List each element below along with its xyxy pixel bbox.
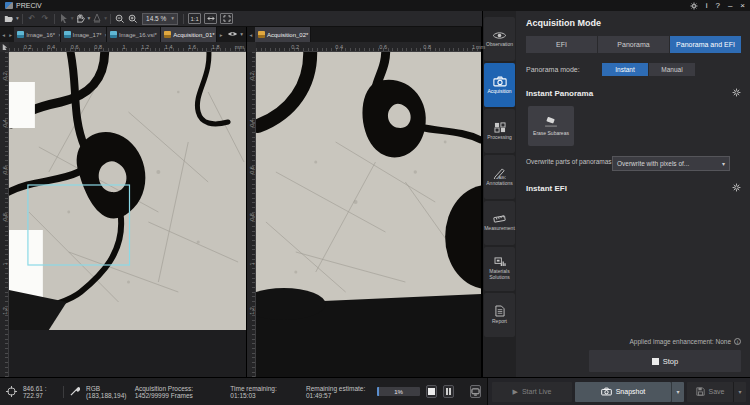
tab-scroll-left-icon[interactable]: ◂	[247, 27, 255, 42]
tab-scroll-right-icon[interactable]: ▸	[7, 27, 14, 42]
tab-image-17[interactable]: Image_17* ×	[61, 27, 107, 42]
overwrite-label: Overwrite parts of panoramas	[526, 156, 612, 166]
pointer-tool-dropdown-icon[interactable]: ▾	[71, 16, 74, 22]
ruler-tick-label: 0.8	[388, 44, 432, 50]
sidebar-item-measurement[interactable]: Measurement	[484, 201, 515, 245]
sidebar-item-processing[interactable]: Processing	[484, 109, 515, 153]
acquisition-progress-bar: 1%	[377, 387, 419, 396]
undo-icon[interactable]: ↶	[26, 12, 38, 25]
ruler-corner-tool-icon[interactable]	[0, 42, 9, 52]
ruler-tick-label: 0.2	[0, 52, 9, 99]
close-button[interactable]: ×	[740, 2, 745, 10]
stop-acquisition-button[interactable]: Stop	[589, 350, 741, 372]
save-floppy-icon	[696, 387, 705, 396]
overwrite-dropdown[interactable]: Overwrite with pixels of... ▾	[612, 156, 730, 171]
open-file-dropdown-icon[interactable]: ▾	[16, 16, 19, 22]
tab-label: Acquisition_02*	[267, 32, 308, 38]
snapshot-label: Snapshot	[616, 388, 646, 395]
statusbar-separator	[63, 386, 64, 398]
pause-icon	[449, 388, 451, 395]
pan-hand-icon[interactable]	[75, 12, 87, 25]
save-dropdown-icon[interactable]: ▾	[733, 382, 746, 402]
ruler-tick-label: 1.2	[247, 287, 256, 334]
ruler-tick-label: 1	[247, 240, 256, 287]
redo-icon[interactable]: ↷	[39, 12, 51, 25]
zoom-out-icon[interactable]	[114, 12, 126, 25]
toolbar-separator	[183, 14, 184, 24]
layer-visibility-dropdown-icon[interactable]: ▾	[240, 32, 243, 38]
fullscreen-button[interactable]	[220, 13, 233, 24]
image-file-icon	[17, 31, 24, 38]
mode-tab-panorama-and-efi[interactable]: Panorama and EFI	[670, 36, 741, 53]
measurement-ruler-icon	[493, 214, 506, 224]
save-button[interactable]: Save	[687, 382, 733, 402]
zoom-in-icon[interactable]	[127, 12, 139, 25]
display-monitor-button[interactable]	[470, 385, 481, 398]
layer-visibility-eye-icon[interactable]	[228, 31, 237, 38]
horizontal-ruler-2: 0.2 0.4 0.6 0.8 1 mm	[256, 42, 481, 52]
pan-hand-dropdown-icon[interactable]: ▾	[88, 16, 91, 22]
tab-acquisition-01[interactable]: Acquisition_01* ×	[161, 27, 217, 42]
panorama-mode-manual-button[interactable]: Manual	[649, 63, 695, 76]
annotation-tool-dropdown-icon[interactable]: ▾	[104, 16, 107, 22]
actual-size-button[interactable]: 1:1	[188, 13, 201, 24]
ruler-tick-label: 1	[103, 44, 127, 50]
snapshot-dropdown-icon[interactable]: ▾	[671, 382, 684, 402]
ruler-tick-label: 1.2	[0, 287, 9, 334]
tab-image-16-vsi[interactable]: Image_16.vsi* ×	[107, 27, 161, 42]
pointer-tool-icon[interactable]	[58, 12, 70, 25]
materials-solutions-icon	[494, 257, 506, 267]
camera-icon	[601, 387, 612, 396]
sidebar-item-label: Observation	[486, 42, 513, 48]
instant-efi-settings-gear-icon[interactable]	[732, 183, 741, 194]
pixel-picker-pipette-icon	[70, 386, 80, 397]
stop-process-button[interactable]	[426, 385, 437, 398]
tab-overflow-icon[interactable]: ▸	[217, 32, 225, 38]
title-bar: PRECiV i ? – ×	[0, 0, 750, 11]
minimize-button[interactable]: –	[728, 2, 732, 10]
viewer-panel-1: ◂ ▸ Image_16* × Image_17* ×	[0, 27, 247, 377]
overwrite-dropdown-chevron-icon: ▾	[722, 161, 725, 167]
zoom-level-select[interactable]: 14.5 % ▾	[142, 13, 178, 25]
snapshot-button[interactable]: Snapshot	[575, 382, 671, 402]
pause-process-button[interactable]	[443, 385, 454, 398]
ruler-unit-label: mm	[476, 44, 487, 50]
sidebar-item-materials-solutions[interactable]: Materials Solutions	[484, 247, 515, 291]
tab-label: Image_17*	[73, 32, 102, 38]
help-button[interactable]: ?	[715, 2, 719, 10]
microscopy-image-1[interactable]	[9, 52, 246, 377]
observation-eye-icon	[493, 31, 506, 40]
fit-to-window-button[interactable]	[204, 13, 217, 24]
tab-image-16[interactable]: Image_16* ×	[14, 27, 60, 42]
overwrite-row: Overwrite parts of panoramas Overwrite w…	[526, 156, 741, 171]
enhancement-info-icon[interactable]: i	[734, 338, 741, 345]
app-logo-icon	[5, 2, 13, 9]
info-button[interactable]: i	[706, 2, 708, 10]
mode-tab-efi[interactable]: EFI	[526, 36, 598, 53]
ruler-tick-label: 0.6	[247, 146, 256, 193]
ruler-tick-label: 0.2	[256, 44, 300, 50]
mode-tab-panorama[interactable]: Panorama	[598, 36, 670, 53]
horizontal-ruler-1: 0.2 0.4 0.6 0.8 1 1.2 1.4 1.6 1.8 mm	[9, 42, 246, 52]
sidebar-item-report[interactable]: Report	[484, 293, 515, 337]
tab-scroll-left-icon[interactable]: ◂	[0, 27, 7, 42]
stage-position-icon[interactable]	[6, 386, 17, 398]
sidebar-item-annotations[interactable]: ABC Annotations	[484, 155, 515, 199]
annotation-tool-icon[interactable]	[91, 12, 103, 25]
erase-subareas-button[interactable]: Erase Subareas	[528, 106, 574, 146]
settings-gear-icon[interactable]	[690, 2, 698, 10]
tab-bar-1: ◂ ▸ Image_16* × Image_17* ×	[0, 27, 246, 42]
ruler-tick-label: 1.8	[197, 44, 221, 50]
panorama-mode-instant-button[interactable]: Instant	[602, 63, 648, 76]
tab-acquisition-02[interactable]: Acquisition_02* ×	[255, 27, 311, 42]
start-live-button[interactable]: ▶ Start Live	[492, 382, 572, 402]
section-title: Instant Panorama	[526, 89, 593, 98]
microscopy-image-2[interactable]	[256, 52, 481, 377]
sidebar-item-observation[interactable]: Observation	[484, 17, 515, 61]
processing-icon	[494, 122, 506, 133]
sidebar-item-acquisition[interactable]: Acquisition	[484, 63, 515, 107]
instant-panorama-settings-gear-icon[interactable]	[732, 88, 741, 99]
ruler-tick-label: 0.2	[9, 44, 33, 50]
open-file-icon[interactable]	[3, 12, 15, 25]
ruler-tick-label: 0.4	[247, 99, 256, 146]
